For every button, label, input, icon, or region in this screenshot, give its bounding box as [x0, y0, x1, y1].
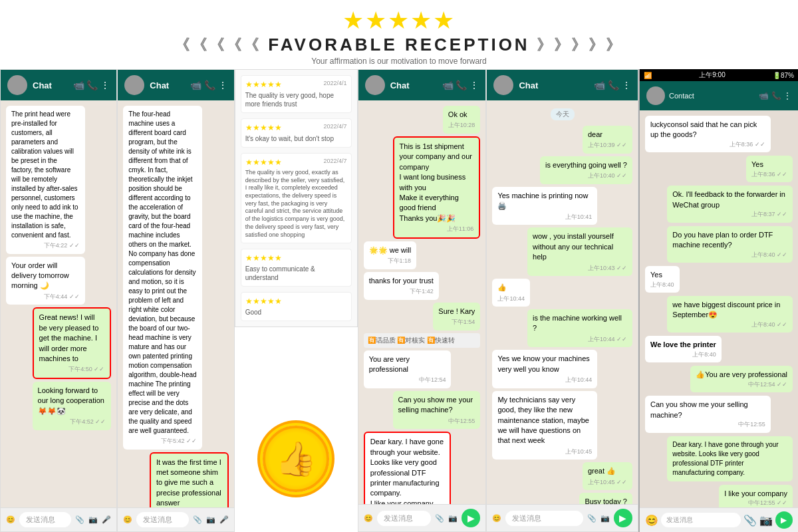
right-message-item: 👍You are very professional 中午12:54 ✓✓ — [690, 366, 793, 392]
right-avatar — [646, 86, 665, 105]
chat-name-1: Chat — [33, 80, 68, 90]
message-text: Your order will delivery tomorrow mornin… — [11, 261, 80, 291]
message-time: 中午12:54 — [369, 376, 446, 384]
reviews-section: ★★★★★ 2022/4/1 The quality is very good,… — [235, 69, 358, 532]
chat-name-3: Chat — [390, 80, 437, 90]
message-text: Ok ok — [448, 110, 475, 120]
message-text: 👍You are very professional — [696, 370, 787, 380]
message-text: Can you show me your selling machine? — [398, 395, 475, 416]
message-time: 上午8:36 ✓✓ — [650, 140, 765, 149]
message-time: 上午8:40 ✓✓ — [672, 251, 787, 259]
chat-input-bar-3[interactable]: 😊 发送消息 📎 📷 ▶ — [358, 504, 486, 531]
camera-icon[interactable]: 📷 — [759, 514, 773, 527]
message-text: Great news! I will be very pleased to ge… — [39, 313, 105, 364]
message-item: Yes we know your machines very well you … — [492, 350, 597, 388]
message-input-2[interactable]: 发送消息 — [136, 512, 188, 527]
right-message-item: Yes 上午8:36 ✓✓ — [746, 156, 793, 182]
attach-icon[interactable]: 📎 — [193, 515, 202, 524]
chat-name-2: Chat — [150, 80, 185, 90]
message-item: Can you show me your selling machine? 中午… — [393, 391, 481, 429]
right-chat-header: Contact 📹 📞 ⋮ — [640, 81, 798, 110]
review-text: The quality is very good, exactly as des… — [245, 169, 347, 239]
emoji-icon[interactable]: 😊 — [492, 514, 501, 523]
message-time: 上午10:39 ✓✓ — [588, 141, 627, 150]
status-bar: 📶 上午9:00 🔋87% — [640, 69, 798, 81]
right-message-item: we have biggest discount price in Septem… — [667, 296, 793, 332]
chat-input-bar-1[interactable]: 😊 发送消息 📎 📷 🎤 — [1, 507, 116, 531]
attach-icon[interactable]: 📎 — [743, 514, 757, 527]
chat-panel-2: Chat 📹 📞 ⋮ The four-head machine uses a … — [117, 69, 234, 532]
message-item: Busy today ? — [579, 493, 632, 504]
message-time: 上午10:45 — [497, 448, 592, 456]
message-time: 上午10:44 — [497, 376, 592, 384]
avatar-4 — [493, 75, 513, 95]
message-time: 上午10:45 ✓✓ — [588, 478, 627, 487]
attach-icon[interactable]: 📎 — [75, 515, 84, 524]
attach-icon[interactable]: 📎 — [587, 514, 597, 523]
emoji-icon[interactable]: 😊 — [6, 515, 15, 524]
review-stars: ★★★★★ — [245, 80, 282, 89]
messages-2: The four-head machine uses a different b… — [118, 100, 233, 507]
message-item: This is 1st shipment your company and ou… — [393, 136, 481, 239]
message-item: Sure ! Kary 下午1:54 — [433, 303, 480, 331]
toolbar-bar: 🈶话品质 🈶对核实 🈶快速转 — [364, 333, 481, 348]
status-time: 上午9:00 — [699, 70, 725, 80]
reviews-panel: ★★★★★ 2022/4/1 The quality is very good,… — [235, 69, 358, 327]
review-item: ★★★★★ 2022/4/7 It's okay to wait, but do… — [241, 118, 352, 148]
message-text: is the machine working well ? — [533, 313, 627, 334]
review-date: 2022/4/1 — [324, 80, 347, 86]
right-header-icons: 📹 📞 ⋮ — [759, 91, 791, 100]
message-text: I like your company — [724, 489, 787, 499]
chat-panel-1: Chat 📹 📞 ⋮ The print head were pre-insta… — [0, 69, 117, 532]
message-time: 下午1:18 — [369, 257, 411, 265]
message-input-1[interactable]: 发送消息 — [19, 512, 71, 527]
message-item: It was the first time I met someone shim… — [150, 452, 229, 507]
send-button-3[interactable]: ▶ — [462, 509, 480, 527]
messages-3: Ok ok 上午10:28 This is 1st shipment your … — [358, 100, 486, 504]
message-text: Yes machine is printing now🖨️ — [497, 191, 592, 211]
date-divider: 今天 — [551, 108, 575, 120]
message-input-4[interactable]: 发送消息 — [505, 511, 583, 526]
attach-icon[interactable]: 📎 — [435, 514, 444, 523]
chat-panel-4: Chat 📹 📞 ⋮ 今天 dear 上午10:39 ✓✓ is everyth… — [486, 69, 638, 532]
message-item: Yes machine is printing now🖨️ 上午10:41 — [492, 187, 597, 225]
chat-input-bar-2[interactable]: 😊 发送消息 📎 📷 🎤 — [118, 507, 233, 531]
avatar-3 — [365, 75, 385, 95]
left-arrows: 《《《《《 — [175, 35, 261, 55]
review-stars: ★★★★★ — [245, 253, 282, 263]
mic-icon[interactable]: 🎤 — [102, 515, 111, 524]
subtitle-text: Your affirmation is our motivation to mo… — [0, 57, 798, 66]
review-item: ★★★★★ 2022/4/1 The quality is very good,… — [241, 75, 352, 113]
message-text: dear — [588, 130, 627, 140]
review-stars: ★★★★★ — [245, 158, 282, 167]
right-message-item: Dear kary. I have gone through your webs… — [667, 436, 793, 481]
battery-icon: 🔋87% — [773, 72, 794, 79]
emoji-icon[interactable]: 😊 — [645, 514, 658, 527]
message-time: 中午12:55 — [398, 417, 475, 426]
message-item: is everything going well ? 上午10:40 ✓✓ — [540, 156, 632, 184]
right-message-item: Do you have plan to order DTF machine re… — [667, 226, 793, 263]
camera-icon[interactable]: 📷 — [206, 515, 215, 524]
chat-name-4: Chat — [519, 80, 589, 90]
message-item: Looking forward to our long cooperation … — [33, 382, 112, 430]
send-button-4[interactable]: ▶ — [614, 509, 632, 527]
camera-icon[interactable]: 📷 — [88, 515, 98, 524]
right-input-bar[interactable]: 😊 发送消息 📎 📷 ▶ — [640, 507, 798, 532]
chat-input-bar-4[interactable]: 😊 发送消息 📎 📷 ▶ — [487, 504, 638, 531]
right-chat-messages: luckyconsol said that he can pick up the… — [640, 110, 798, 507]
right-message-item: luckyconsol said that he can pick up the… — [645, 116, 771, 152]
messages-1: The print head were pre-installed for cu… — [1, 100, 116, 507]
emoji-icon[interactable]: 😊 — [123, 515, 132, 524]
mic-icon[interactable]: 🎤 — [219, 515, 229, 524]
message-time: 上午8:36 ✓✓ — [751, 170, 787, 179]
right-send-button[interactable]: ▶ — [775, 511, 793, 529]
camera-icon[interactable]: 📷 — [600, 514, 610, 523]
right-contact-name: Contact — [669, 92, 755, 100]
chat-header-2: Chat 📹 📞 ⋮ — [118, 70, 233, 100]
right-message-input[interactable]: 发送消息 — [661, 513, 741, 527]
message-input-3[interactable]: 发送消息 — [377, 511, 432, 526]
camera-icon[interactable]: 📷 — [448, 514, 458, 523]
emoji-icon[interactable]: 😊 — [364, 514, 373, 523]
message-time: 上午10:44 ✓✓ — [533, 335, 627, 344]
message-time: 上午10:40 ✓✓ — [545, 172, 627, 180]
